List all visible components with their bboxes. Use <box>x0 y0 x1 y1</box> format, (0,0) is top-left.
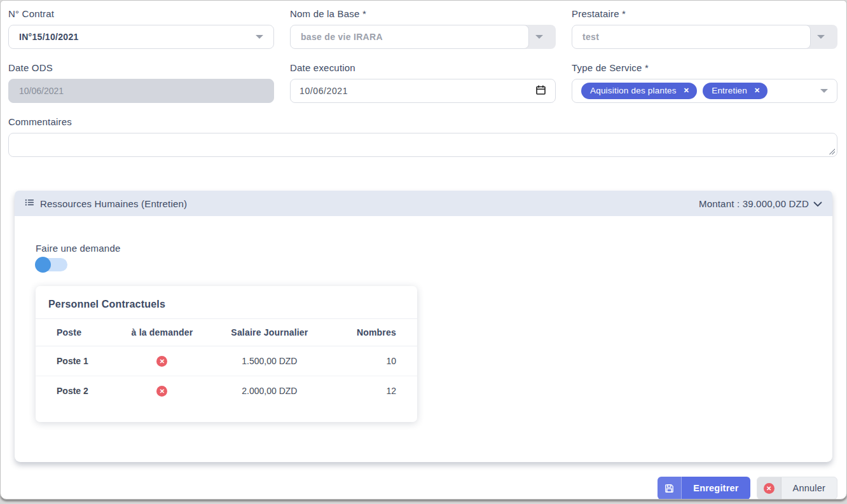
table-row: Poste 2 ✕ 2.000,00 DZD 12 <box>36 376 417 406</box>
field-date-ods: Date ODS 10/06/2021 <box>8 62 274 103</box>
contrat-value: IN°15/10/2021 <box>19 32 79 42</box>
save-icon <box>658 477 682 500</box>
dropdown-caret-icon <box>256 35 263 39</box>
service-tag: Entretien ✕ <box>703 83 768 99</box>
delete-icon[interactable]: ✕ <box>156 386 167 397</box>
montant-text: Montant : 39.000,00 DZD <box>699 198 809 209</box>
type-service-label: Type de Service * <box>572 62 837 73</box>
type-service-multiselect[interactable]: Aquisition des plantes ✕ Entretien ✕ <box>572 79 837 103</box>
date-execution-input[interactable]: 10/06/2021 <box>290 79 556 103</box>
contrat-select[interactable]: IN°15/10/2021 <box>8 25 274 49</box>
commentaires-wrap <box>8 133 837 157</box>
accordion-header[interactable]: Ressources Humaines (Entretien) Montant … <box>15 191 832 216</box>
save-button-label: Enregitrer <box>682 477 750 500</box>
toggle-label: Faire une demande <box>36 243 811 254</box>
chevron-down-icon[interactable] <box>813 198 822 209</box>
demande-cell: ✕ <box>114 376 210 406</box>
accordion-montant: Montant : 39.000,00 DZD <box>699 198 822 209</box>
col-header-poste: Poste <box>36 319 114 346</box>
tag-remove-icon[interactable]: ✕ <box>684 86 689 95</box>
base-select: base de vie IRARA <box>290 25 556 49</box>
prestataire-label: Prestataire * <box>572 8 837 19</box>
accordion-ressources-humaines: Ressources Humaines (Entretien) Montant … <box>15 191 832 462</box>
commentaires-textarea[interactable] <box>8 133 837 157</box>
dropdown-caret-icon <box>817 35 825 39</box>
poste-cell: Poste 2 <box>36 376 114 406</box>
field-prestataire: Prestataire * test <box>572 8 837 49</box>
save-button[interactable]: Enregitrer <box>658 477 750 500</box>
table-row: Poste 1 ✕ 1.500,00 DZD 10 <box>36 346 417 376</box>
list-icon <box>25 198 34 210</box>
date-ods-input: 10/06/2021 <box>8 79 274 103</box>
accordion-body: Faire une demande Personnel Contractuels… <box>15 216 832 462</box>
cancel-icon: ✕ <box>757 477 782 499</box>
date-execution-value: 10/06/2021 <box>300 86 348 96</box>
accordion-title: Ressources Humaines (Entretien) <box>40 198 187 209</box>
contrat-label: N° Contrat <box>8 8 274 19</box>
date-execution-label: Date execution <box>290 62 556 73</box>
cancel-button-label: Annuler <box>782 477 837 499</box>
toggle-knob <box>35 257 51 273</box>
contract-form: N° Contrat IN°15/10/2021 Nom de la Base … <box>1 1 846 157</box>
calendar-icon[interactable] <box>535 85 546 97</box>
service-tag-label: Entretien <box>712 86 747 95</box>
dropdown-caret-icon <box>820 89 828 93</box>
commentaires-label: Commentaires <box>8 116 837 127</box>
field-commentaires: Commentaires <box>8 116 837 157</box>
field-type-service: Type de Service * Aquisition des plantes… <box>572 62 837 103</box>
base-label: Nom de la Base * <box>290 8 556 19</box>
field-base: Nom de la Base * base de vie IRARA <box>290 8 556 49</box>
cancel-button[interactable]: ✕ Annuler <box>757 477 837 500</box>
nombre-cell: 10 <box>329 346 417 376</box>
faire-demande-toggle[interactable] <box>36 258 67 271</box>
field-date-execution: Date execution 10/06/2021 <box>290 62 556 103</box>
resize-grip-icon[interactable] <box>829 148 835 154</box>
page: N° Contrat IN°15/10/2021 Nom de la Base … <box>0 0 847 500</box>
tag-remove-icon[interactable]: ✕ <box>754 86 760 95</box>
prestataire-select: test <box>572 25 837 49</box>
poste-cell: Poste 1 <box>36 346 114 376</box>
col-header-demander: à la demander <box>114 319 210 346</box>
field-contrat: N° Contrat IN°15/10/2021 <box>8 8 274 49</box>
col-header-nombres: Nombres <box>329 319 417 346</box>
personnel-card: Personnel Contractuels Poste à la demand… <box>36 286 417 422</box>
table-header-row: Poste à la demander Salaire Journalier N… <box>36 319 417 346</box>
nombre-cell: 12 <box>329 376 417 406</box>
salaire-cell: 1.500,00 DZD <box>210 346 328 376</box>
base-value: base de vie IRARA <box>290 25 529 49</box>
form-actions: Enregitrer ✕ Annuler <box>1 477 846 500</box>
delete-icon[interactable]: ✕ <box>156 356 167 367</box>
prestataire-value: test <box>572 25 811 49</box>
personnel-card-title: Personnel Contractuels <box>36 299 417 319</box>
date-ods-label: Date ODS <box>8 62 274 73</box>
service-tag: Aquisition des plantes ✕ <box>581 83 697 99</box>
col-header-salaire: Salaire Journalier <box>210 319 328 346</box>
demande-cell: ✕ <box>114 346 210 376</box>
salaire-cell: 2.000,00 DZD <box>210 376 328 406</box>
dropdown-caret-icon <box>535 35 543 39</box>
service-tag-label: Aquisition des plantes <box>590 86 677 95</box>
personnel-table: Poste à la demander Salaire Journalier N… <box>36 319 417 405</box>
